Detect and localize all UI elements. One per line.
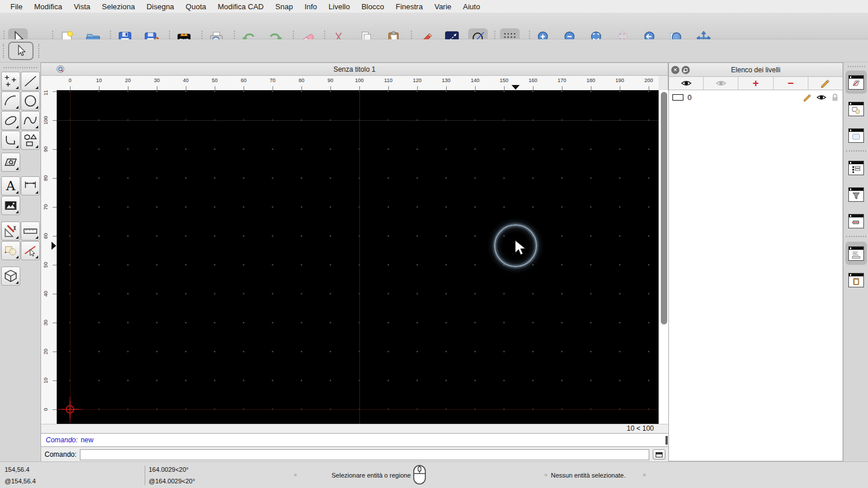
ruler-tick [53,265,57,265]
menu-quota[interactable]: Quota [180,2,212,11]
layer-color-swatch[interactable] [672,94,683,101]
layer-visible-eye-icon[interactable] [816,94,827,101]
menu-file[interactable]: File [5,2,28,11]
ruler-label: 20 [125,77,131,83]
ruler-tick [128,86,128,90]
hide-all-layers-button[interactable] [704,77,738,90]
block-list-window-icon [848,102,864,116]
toolbar-handle[interactable] [3,44,5,58]
ruler-tick [244,86,244,90]
toolbar-handle[interactable] [38,44,40,58]
document-window: Senza titolo 1 0102030405060708090100110… [41,62,668,461]
menu-vista[interactable]: Vista [68,2,96,11]
arc-icon [3,93,19,109]
menu-aiuto[interactable]: Aiuto [457,2,486,11]
menu-modifica-cad[interactable]: Modifica CAD [212,2,269,11]
ruler-tick [53,294,57,294]
close-panel-button[interactable]: ✕ [671,66,679,74]
dock-block-list-button[interactable] [845,97,867,120]
property-editor-window-icon [848,161,864,175]
block-tool-button[interactable] [1,241,20,260]
menu-info[interactable]: Info [299,2,323,11]
add-layer-button[interactable]: + [738,77,773,90]
circle-tool-button[interactable] [21,91,40,110]
menu-modifica[interactable]: Modifica [28,2,68,11]
spline-tool-button[interactable] [21,111,40,130]
line-tool-button[interactable] [21,72,40,91]
command-input[interactable] [80,449,649,460]
ruler-tick [53,409,57,410]
command-history: Comando: new [41,433,669,447]
points-tool-button[interactable] [1,72,20,91]
polyline-tool-button[interactable] [1,131,20,150]
main-toolbar: SVG [0,13,868,39]
menu-finestra[interactable]: Finestra [390,2,429,11]
vertical-scrollbar[interactable] [659,90,669,424]
command-history-value: new [80,436,93,444]
ruler-label: 40 [43,291,49,297]
ruler-label: 70 [43,204,49,210]
float-panel-button[interactable] [682,66,690,74]
layer-edit-pencil-icon[interactable] [803,93,812,102]
points-icon [3,73,19,89]
ruler-tick [417,86,418,90]
menu-varie[interactable]: Varie [429,2,457,11]
ruler-tick [388,86,389,90]
dimension-tool-button[interactable] [21,176,40,195]
ruler-tick [53,91,57,92]
x-axis-line [57,409,659,410]
selection-status: Nessun entità selezionate. [551,472,626,479]
secondary-toolbar [0,39,868,62]
cursor-arrow-icon [14,44,28,58]
dock-library-browser-button[interactable] [845,124,867,147]
ruler-tick [53,120,57,121]
ruler-icon [23,223,38,239]
dock-clamp-tool-button[interactable] [845,209,867,232]
ruler-label: 130 [442,77,450,83]
statusbar-separator [145,465,145,485]
dock-layer-list-button[interactable] [845,71,867,94]
document-titlebar[interactable]: Senza titolo 1 [41,63,668,76]
layer-row[interactable]: 0 [669,90,843,105]
isometric-tool-button[interactable] [1,267,20,286]
hatch-tool-button[interactable] [1,153,20,172]
ruler-label: 110 [384,77,392,83]
ellipse-tool-button[interactable] [1,111,20,130]
show-all-layers-button[interactable] [669,77,704,90]
ruler-label: 140 [470,77,479,83]
remove-layer-button[interactable]: − [774,77,808,90]
history-scrollbar[interactable] [665,436,668,445]
image-tool-button[interactable] [1,196,20,215]
library-window-icon [848,128,864,143]
drawing-canvas[interactable] [57,90,659,424]
spline-icon [23,113,38,128]
divide-tool-button[interactable] [21,241,40,260]
dock-property-editor-button[interactable] [845,156,867,179]
ruler-tick [591,86,591,90]
menu-disegna[interactable]: Disegna [141,2,180,11]
text-tool-button[interactable]: A [1,176,20,195]
palette-handle[interactable] [3,67,37,69]
arc-tool-button[interactable] [1,91,20,110]
dock-handle[interactable] [848,66,865,68]
layer-lock-icon[interactable] [831,93,839,102]
dock-command-line-button[interactable] [845,242,867,265]
selection-mode-button[interactable] [8,42,34,60]
menu-livello[interactable]: Livello [323,2,356,11]
text-icon: A [3,178,19,194]
dock-selection-filter-button[interactable] [845,183,867,206]
dock-clipboard-button[interactable] [845,268,867,291]
ruler-label: 160 [528,77,537,83]
ruler-tick [53,178,57,179]
scrollbar-thumb[interactable] [661,92,667,324]
command-window-toggle-button[interactable] [653,449,665,460]
cad-tools-button[interactable] [1,221,20,241]
statusbar-dot [545,474,547,476]
polygon-tool-button[interactable] [21,131,40,150]
measure-tool-button[interactable] [21,221,40,241]
edit-layer-button[interactable] [808,77,843,90]
menu-snap[interactable]: Snap [270,2,299,11]
menu-seleziona[interactable]: Seleziona [96,2,141,11]
ruler-label: 170 [557,77,566,83]
menu-blocco[interactable]: Blocco [356,2,390,11]
